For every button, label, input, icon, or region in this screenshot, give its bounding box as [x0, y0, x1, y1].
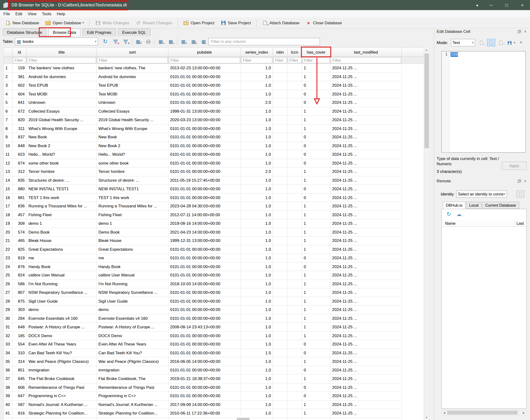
cell[interactable]	[287, 331, 302, 340]
cell[interactable]: NSW Respiratory Surveillance ...	[97, 288, 168, 297]
cell[interactable]: 824	[13, 271, 27, 279]
filter-input-isbn[interactable]	[273, 57, 287, 63]
delete-record-button[interactable]: ▦−	[166, 38, 175, 45]
cell[interactable]	[273, 418, 287, 420]
filter-input-has_cover[interactable]	[302, 57, 330, 63]
table-row[interactable]: 36851immigrationimmigration0101-01-01 00…	[4, 366, 402, 375]
cell[interactable]: 1	[302, 236, 330, 245]
cell[interactable]: 2017-09-09 14:00:00+00:00	[168, 401, 241, 409]
table-row[interactable]: 22825Great ExpectationsGreat Expectation…	[4, 245, 402, 254]
cell[interactable]: 457	[13, 211, 27, 219]
cell[interactable]: 2023-04-28 04:30:03+00:00	[168, 202, 241, 210]
cell[interactable]	[273, 305, 287, 314]
remote-horizontal-scrollbar[interactable]: ◀ ▶	[442, 410, 527, 415]
cell[interactable]: 881	[13, 193, 27, 202]
cell[interactable]: 0101-01-01 00:00:00+00:00	[168, 245, 241, 254]
cell[interactable]: 1.0	[241, 375, 273, 383]
cell[interactable]	[287, 340, 302, 348]
tab-edit-pragmas[interactable]: Edit Pragmas	[83, 28, 116, 36]
cell[interactable]: 0101-01-01 00:00:00+00:00	[168, 305, 241, 314]
cell[interactable]: 819	[13, 254, 27, 262]
export-cell-button[interactable]: ↑	[497, 39, 505, 46]
cell[interactable]	[273, 245, 287, 254]
cell[interactable]: 1.0	[241, 297, 273, 305]
cell[interactable]	[273, 228, 287, 236]
table-row[interactable]: 34310Can Bad Teeth Kill You?Can Bad Teet…	[4, 349, 402, 357]
cell[interactable]	[273, 193, 287, 202]
cell[interactable]: 2024-11-25 ...	[331, 150, 402, 159]
table-row[interactable]: 21465Bleak HouseBleak House1999-12-31 13…	[4, 236, 402, 245]
cell[interactable]	[273, 314, 287, 323]
cell[interactable]: 0	[302, 254, 330, 262]
cell[interactable]: 1.0	[241, 314, 273, 323]
cell[interactable]: 2024-11-25 ...	[331, 124, 402, 133]
cell[interactable]: 2024-11-25 ...	[331, 193, 402, 202]
cell[interactable]: 2024-11-25 ...	[331, 340, 402, 348]
column-header-isbn[interactable]: isbn	[273, 48, 287, 56]
table-row[interactable]: 2381Android for dummiesAndroid for dummi…	[4, 73, 402, 81]
cell[interactable]	[287, 297, 302, 305]
cell[interactable]: 2024-11-25 ...	[331, 73, 402, 81]
scroll-down-icon[interactable]: ▼	[424, 415, 429, 420]
cell[interactable]: 1.0	[241, 90, 273, 98]
cell[interactable]	[273, 375, 287, 383]
dock-float-icon[interactable]	[516, 29, 522, 34]
cell[interactable]	[287, 254, 302, 262]
cell[interactable]: 0101-01-01 00:00:00+00:00	[168, 297, 241, 305]
close-button[interactable]: ×	[515, 0, 530, 10]
cell[interactable]: Great Expectations	[97, 245, 168, 254]
table-row[interactable]: 14835Structures of desire: ...Structures…	[4, 176, 402, 185]
cell[interactable]: 1	[302, 176, 330, 184]
cell[interactable]: 0	[302, 90, 330, 98]
table-row[interactable]: 35314War and Peace (Pilgrim Classics)War…	[4, 357, 402, 366]
cell[interactable]	[273, 288, 287, 297]
cell[interactable]: 0	[302, 340, 330, 348]
cell[interactable]: Unknown	[27, 99, 97, 107]
titlebar-back-arrow-icon[interactable]: ◄	[472, 3, 481, 7]
table-row[interactable]: 15880NEW INSTALL TEST1NEW INSTALL TEST10…	[4, 185, 402, 193]
cell[interactable]: 0	[302, 81, 330, 90]
cell[interactable]: 2011-05-19 15:27:45+00:00	[168, 176, 241, 184]
cell[interactable]: 1.0	[241, 340, 273, 348]
column-header-lccn[interactable]: lccn	[287, 48, 302, 56]
cell[interactable]	[287, 185, 302, 193]
cell[interactable]	[287, 288, 302, 297]
cell[interactable]: Bleak House	[97, 236, 168, 245]
cell[interactable]: 1	[302, 228, 330, 236]
cell[interactable]: Tercer hombre	[27, 167, 97, 176]
table-row[interactable]: 27807NSW Respiratory Surveillance ...NSW…	[4, 288, 402, 297]
cell[interactable]: 1	[302, 167, 330, 176]
cell[interactable]: 816	[13, 409, 27, 417]
mode-select[interactable]: Text ▾	[451, 39, 475, 46]
scroll-right-icon[interactable]: ▶	[521, 410, 526, 415]
cell[interactable]: 2024-11-25 ...	[331, 288, 402, 297]
cell[interactable]: Hello... World?	[97, 150, 168, 159]
cell[interactable]	[273, 323, 287, 331]
cell[interactable]	[273, 202, 287, 210]
cell[interactable]	[287, 116, 302, 124]
cell[interactable]: Programming in C<>	[97, 392, 168, 400]
filter-input-sort[interactable]	[97, 57, 168, 63]
column-header-pubdate[interactable]: pubdate	[168, 48, 241, 56]
table-row[interactable]: 18457Fishing FleetFishing Fleet2012-07-1…	[4, 211, 402, 219]
cell[interactable]: Evernote Essentials v4 160	[97, 314, 168, 323]
cell[interactable]: 2012-07-11 14:00:00+00:00	[168, 211, 241, 219]
cell[interactable]: 851	[13, 366, 27, 374]
cell[interactable]	[287, 202, 302, 210]
cell[interactable]: 1.0	[241, 236, 273, 245]
cell[interactable]: 1.0	[241, 107, 273, 116]
cell[interactable]: New Book	[97, 133, 168, 141]
menu-edit[interactable]: Edit	[13, 11, 25, 16]
cell[interactable]	[287, 349, 302, 357]
cell[interactable]: 645	[13, 375, 27, 383]
cell[interactable]: 2024-11-25 ...	[331, 401, 402, 409]
cell[interactable]: 1.0	[241, 159, 273, 167]
cell[interactable]: 2024-11-25 ...	[331, 357, 402, 366]
filter-input-series_index[interactable]	[241, 57, 272, 63]
cell[interactable]: 825	[13, 245, 27, 254]
open-database-button[interactable]: Open Database ▾	[42, 19, 87, 27]
toolbar-overflow-icon[interactable]: »	[520, 40, 522, 44]
cell[interactable]: Demo Book	[27, 228, 97, 236]
cell[interactable]: 308	[13, 219, 27, 228]
cell[interactable]: 2013-02-23 13:00:00+00:00	[168, 64, 241, 72]
